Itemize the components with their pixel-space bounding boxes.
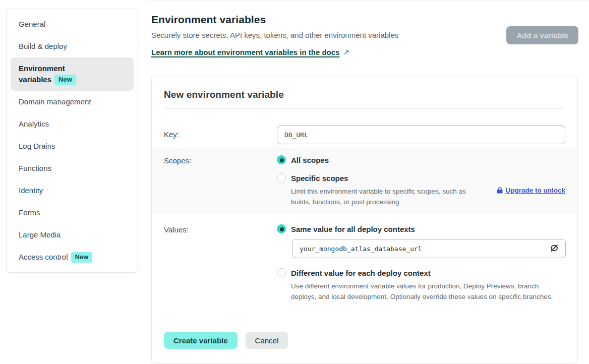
settings-sidebar: General Build & deploy Environment varia… (6, 9, 138, 273)
lock-icon (497, 187, 503, 194)
sidebar-item-forms[interactable]: Forms (11, 202, 134, 224)
radio-option-label: Same value for all deploy contexts (291, 225, 415, 233)
radio-different-value[interactable] (277, 268, 286, 277)
create-variable-button[interactable]: Create variable (164, 332, 238, 349)
eye-off-icon (549, 244, 559, 253)
new-badge: New (71, 252, 93, 263)
sidebar-item-identity[interactable]: Identity (11, 179, 134, 202)
scopes-label: Scopes: (164, 155, 277, 207)
sidebar-item-label-line2: variables (19, 75, 51, 84)
sidebar-item-label-line1: Environment (19, 63, 126, 74)
values-label: Values: (164, 224, 277, 302)
specific-scopes-description: Limit this environment variable to speci… (291, 186, 484, 207)
radio-same-value[interactable] (277, 224, 286, 233)
radio-option-different-value[interactable]: Different value for each deploy context (277, 268, 566, 277)
radio-specific-scopes[interactable] (277, 173, 286, 183)
page-title: Environment variables (151, 14, 578, 26)
docs-link[interactable]: Learn more about environment variables i… (151, 48, 339, 56)
page-subtitle: Securely store secrets, API keys, tokens… (151, 31, 578, 39)
toggle-value-visibility-button[interactable] (549, 244, 560, 254)
card-title: New environment variable (164, 89, 565, 100)
radio-option-specific-scopes[interactable]: Specific scopes (277, 173, 565, 183)
radio-option-label: All scopes (291, 156, 329, 164)
specific-scopes-block: Specific scopes Limit this environment v… (277, 173, 565, 207)
value-input-wrap (292, 239, 566, 258)
radio-option-label: Specific scopes (291, 174, 348, 183)
sidebar-item-domain-management[interactable]: Domain management (11, 91, 134, 113)
cancel-button[interactable]: Cancel (246, 332, 288, 349)
specific-scopes-desc-row: Limit this environment variable to speci… (277, 183, 565, 207)
key-input[interactable] (277, 125, 565, 144)
environment-variables-page: Environment variables Securely store sec… (151, 0, 578, 363)
different-value-description: Use different environment variable value… (291, 281, 566, 302)
form-actions: Create variable Cancel (164, 332, 565, 349)
sidebar-item-label: Access control (19, 253, 68, 261)
sidebar-item-access-control[interactable]: Access controlNew (11, 246, 134, 268)
sidebar-item-environment-variables[interactable]: Environment variablesNew (11, 57, 134, 91)
radio-option-all-scopes[interactable]: All scopes (277, 155, 565, 164)
sidebar-item-build-deploy[interactable]: Build & deploy (11, 35, 134, 57)
different-value-block: Different value for each deploy context … (277, 268, 566, 302)
value-input[interactable] (292, 239, 566, 258)
sidebar-item-large-media[interactable]: Large Media (11, 224, 134, 246)
sidebar-item-analytics[interactable]: Analytics (11, 113, 134, 135)
radio-all-scopes[interactable] (277, 155, 286, 164)
upgrade-link-label: Upgrade to unlock (505, 187, 565, 194)
key-label: Key: (164, 125, 277, 144)
upgrade-to-unlock-link[interactable]: Upgrade to unlock (497, 187, 565, 194)
sidebar-item-log-drains[interactable]: Log Drains (11, 135, 134, 157)
arrow-up-right-icon: ↗ (343, 48, 349, 56)
radio-option-same-value[interactable]: Same value for all deploy contexts (277, 224, 566, 233)
sidebar-item-functions[interactable]: Functions (11, 157, 134, 179)
docs-link-row: Learn more about environment variables i… (151, 48, 578, 57)
new-environment-variable-card: New environment variable Key: Scopes: Al… (151, 76, 578, 363)
scopes-row: Scopes: All scopes Specific scopes Limit… (152, 148, 577, 214)
sidebar-item-general[interactable]: General (11, 13, 134, 35)
values-row: Values: Same value for all deploy contex… (152, 214, 577, 302)
new-badge: New (54, 75, 76, 85)
radio-option-label: Different value for each deploy context (291, 269, 431, 277)
key-row: Key: (152, 109, 577, 148)
